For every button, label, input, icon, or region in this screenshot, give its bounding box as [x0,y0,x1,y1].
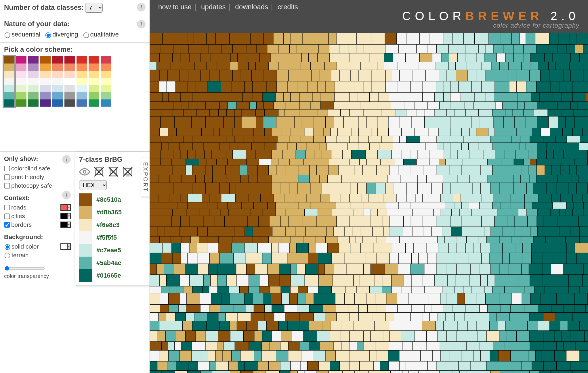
num-classes-select[interactable]: 3456789101112 [85,3,103,13]
svg-rect-64 [246,45,256,53]
scheme-PiYG[interactable] [16,56,26,107]
svg-rect-542 [320,143,327,150]
scheme-RdYlGn[interactable] [89,56,99,107]
svg-rect-1271 [397,293,409,305]
filter-colorblind-safe[interactable]: colorblind safe [4,165,71,172]
svg-rect-401 [185,116,192,128]
svg-rect-867 [161,209,173,216]
info-icon[interactable]: i [62,191,71,199]
scheme-RdYlBu[interactable] [77,56,87,107]
info-icon[interactable]: i [62,155,71,164]
filter-print-friendly[interactable]: print friendly [4,174,71,180]
svg-rect-1512 [288,350,301,361]
svg-rect-577 [226,150,233,159]
svg-rect-1455 [578,331,585,342]
svg-rect-611 [576,150,587,159]
svg-rect-1025 [478,236,487,243]
nature-radio-sequential[interactable]: sequential [4,31,40,38]
svg-rect-1015 [363,236,377,243]
svg-rect-1083 [209,253,219,264]
svg-rect-930 [370,216,383,227]
svg-rect-1082 [197,253,210,264]
info-icon[interactable]: i [137,20,146,28]
svg-rect-305 [494,93,507,102]
info-icon[interactable]: i [137,3,146,11]
context-cities[interactable]: cities▾ [4,213,71,220]
svg-rect-1565 [389,361,399,370]
scheme-Spectral[interactable] [101,56,111,107]
transparency-slider[interactable] [5,266,45,271]
nav-updates[interactable]: updates [201,3,226,11]
svg-rect-482 [563,128,573,136]
svg-rect-273 [180,93,192,102]
svg-rect-283 [283,93,291,102]
svg-rect-293 [379,93,389,102]
svg-rect-566 [558,143,572,150]
svg-rect-958 [234,227,245,236]
svg-rect-1542 [157,361,168,370]
svg-rect-1269 [375,293,386,305]
svg-rect-1509 [254,350,262,361]
svg-rect-584 [295,150,306,159]
svg-rect-365 [234,109,241,116]
svg-rect-271 [162,93,169,102]
color-picker-cities[interactable]: ▾ [60,213,71,219]
filter-photocopy-safe[interactable]: photocopy safe [4,182,71,189]
background-terrain[interactable]: terrain [4,252,71,259]
svg-rect-350 [525,102,537,109]
svg-rect-1212 [229,286,239,293]
context-roads[interactable]: roads▾ [4,204,71,211]
svg-rect-785 [169,194,180,202]
color-picker-roads[interactable]: ▾ [60,204,71,211]
svg-rect-1618 [513,371,523,373]
svg-rect-79 [398,45,405,53]
scheme-PuOr[interactable] [40,56,51,107]
nature-radio-diverging[interactable]: diverging [45,31,78,38]
svg-rect-1382 [247,321,258,331]
svg-rect-1346 [314,313,325,321]
svg-rect-1247 [160,293,169,305]
svg-rect-1148 [446,264,457,275]
svg-rect-967 [326,227,334,236]
svg-rect-615 [172,159,185,165]
svg-rect-593 [392,150,402,159]
color-list: #8c510a#d8b365#f6e8c3#f5f5f5#c7eae5#5ab4… [79,193,146,282]
map-preview[interactable] [150,33,588,373]
svg-rect-162 [361,62,371,70]
svg-rect-581 [262,150,272,159]
svg-rect-623 [259,159,272,165]
svg-rect-1428 [292,331,303,342]
svg-rect-733 [513,175,520,183]
svg-rect-227 [584,70,588,81]
nav-downloads[interactable]: downloads [235,3,268,11]
nav-credits[interactable]: credits [278,3,298,11]
svg-rect-1053 [339,243,350,253]
svg-rect-957 [221,227,234,236]
svg-rect-1262 [305,293,314,305]
background-solid-color[interactable]: solid color▾ [4,243,71,250]
color-picker-borders[interactable]: ▾ [60,222,71,228]
export-button[interactable]: EXPORT [141,158,150,197]
svg-rect-1482 [402,342,413,350]
svg-rect-1543 [168,361,176,370]
nav-how-to-use[interactable]: how to use [158,3,192,11]
svg-rect-796 [295,194,306,202]
color-format-select[interactable]: HEXRGBCMYK [79,180,107,190]
num-classes-label: Number of data classes: [4,3,84,11]
svg-rect-687 [492,165,506,175]
nature-radio-qualitative[interactable]: qualitative [83,31,119,38]
scheme-RdBu[interactable] [52,56,63,107]
svg-rect-1258 [271,293,282,305]
svg-rect-380 [396,109,406,116]
svg-rect-149 [217,62,230,70]
svg-rect-1280 [486,293,499,305]
svg-rect-1622 [550,371,558,373]
scheme-PRGn[interactable] [28,56,39,107]
svg-rect-279 [243,93,252,102]
context-borders[interactable]: borders▾ [4,221,71,228]
scheme-RdGy[interactable] [64,56,75,107]
svg-rect-1050 [309,243,316,253]
scheme-BrBG[interactable] [4,56,14,107]
svg-rect-1239 [516,286,524,293]
bg-color-picker[interactable]: ▾ [60,243,71,250]
